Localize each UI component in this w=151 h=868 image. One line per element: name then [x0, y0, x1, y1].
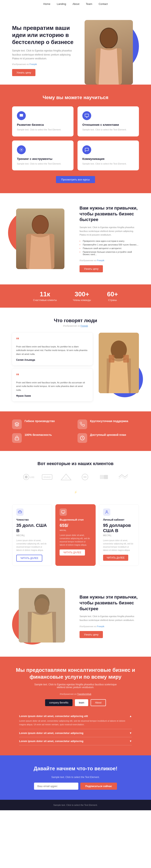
pricing-price-1: 35 долл. США В — [16, 523, 48, 533]
accordion-chevron-1: ▲ — [129, 715, 132, 718]
habits-credit-link[interactable]: Freepik — [97, 259, 105, 261]
consulting-btn1[interactable]: company Benefits — [45, 699, 72, 706]
nav-home[interactable]: Home — [43, 2, 50, 5]
consulting-btn3[interactable]: About — [90, 699, 106, 706]
pricing-card-1: Членство 35 долл. США В МЕСЯЦ Lorem ipsu… — [12, 504, 52, 566]
learn-card-2: Отношения с клиентами Sample text. Click… — [77, 106, 139, 136]
habits-cta-button[interactable]: Узнать цену — [79, 265, 103, 272]
quote-mark-1: " — [16, 337, 88, 343]
consulting-section: Мы предоставляем консалтинговые бизнес и… — [0, 657, 151, 755]
hero-title: Мы превратим ваши идеи или историю в бес… — [12, 24, 75, 45]
learn-title: Чему вы можете научиться — [12, 95, 139, 100]
testimonials-credit-link[interactable]: Freepik — [80, 324, 88, 327]
habits2-credit-link[interactable]: Freepik — [97, 625, 105, 628]
svg-rect-30 — [35, 598, 49, 614]
footer: Sample text. Click to select the Text El… — [0, 800, 151, 810]
testimonial-person-image — [99, 333, 139, 393]
hero-person-photo — [84, 20, 133, 85]
cta-submit-button[interactable]: Подписаться сейчас — [80, 783, 117, 790]
habits-section: Вам нужны эти привычки, чтобы развивать … — [0, 193, 151, 284]
consulting-body: Sample text. Click to Egestas egestas fr… — [33, 683, 118, 689]
nav-contact[interactable]: Contact — [99, 2, 108, 5]
bullet-1: Превратите свои идеи и истории в книгу. — [79, 239, 139, 243]
feature-2: Круглосуточная поддержка — [77, 420, 139, 429]
accordion-title-2[interactable]: Lorem ipsum dolor sit amet, consectetur … — [19, 732, 132, 735]
habits2-image-area — [12, 588, 72, 645]
feature-1: Гибкое производство — [12, 420, 74, 429]
pricing-card-3: Личный кабинет 95 долларов США В МЕСЯЦ L… — [99, 504, 139, 566]
nav-team[interactable]: Team — [86, 2, 92, 5]
client-logo-6 — [116, 472, 130, 482]
accordion-item-1[interactable]: Lorem ipsum dolor sit amet, consectetur … — [19, 712, 132, 729]
pricing-body-2: Lorem ipsum dolor sit amet, consectetur … — [60, 534, 91, 547]
clients-title: Вот некоторые из наших клиентов — [12, 461, 139, 466]
testimonial-person-area — [99, 333, 139, 394]
stat-label-3: Страны — [107, 299, 118, 302]
habits2-title: Вам нужны эти привычки, чтобы развивать … — [79, 594, 139, 612]
learn-btn-wrap: Просмотреть все курсы — [12, 176, 139, 183]
accordion-title-1[interactable]: Lorem ipsum dolor sit amet, consectetur … — [19, 715, 132, 718]
cta-section: Давайте начнем что-то великое! Sample te… — [0, 755, 151, 800]
svg-rect-25 — [62, 510, 65, 513]
learn-cta-button[interactable]: Просмотреть все курсы — [56, 176, 95, 183]
cta-title: Давайте начнем что-то великое! — [12, 766, 139, 772]
card-title-2: Отношения с клиентами — [82, 123, 134, 126]
client-logo-5 — [97, 472, 111, 482]
feature-text-4: Доступный ценовой план — [90, 433, 126, 437]
habits2-body: Sample text. Click to Egestas egestas fr… — [79, 615, 139, 622]
client-logo-4 — [78, 472, 92, 482]
consulting-btn2[interactable]: team — [75, 699, 88, 706]
plan-icon-2 — [60, 508, 67, 516]
feature-title-2: Круглосуточная поддержка — [90, 420, 128, 423]
svg-text:⚡: ⚡ — [74, 491, 77, 494]
consulting-credit-link[interactable]: TransformHub — [77, 693, 91, 695]
feature-title-3: 100% безопасность — [25, 433, 52, 436]
habits-img-credit: Изображение из Freepik — [79, 258, 139, 262]
hero-credit-link[interactable]: Freepik — [30, 63, 37, 65]
pricing-btn-1[interactable]: ЧИТАТЬ ДАЛЕЕ — [16, 555, 42, 562]
consulting-buttons: company Benefits team About — [12, 699, 139, 706]
feature-text-3: 100% безопасность — [25, 433, 52, 437]
hero-body: Sample text. Click to Egestas egestas fr… — [12, 49, 75, 61]
stat-3: 60+ Страны — [107, 290, 118, 302]
pricing-btn-2[interactable]: ЧИТАТЬ ДАЛЕЕ — [60, 550, 85, 556]
clients-section: Вот некоторые из наших клиентов LOGO BRA… — [0, 451, 151, 576]
feature-4: Доступный ценовой план — [77, 433, 139, 443]
card-body-2: Sample text. Click to select the Text El… — [82, 128, 134, 132]
learn-section: Чему вы можете научиться Развитие бизнес… — [0, 85, 151, 193]
testimonials-img-credit: Изображение из Freepik — [12, 324, 139, 327]
learn-card-3: Тренинг с инструменты Sample text. Click… — [12, 141, 74, 170]
hero-person-image — [80, 16, 137, 85]
client-logo-2: BRAND — [40, 472, 54, 482]
svg-rect-23 — [104, 475, 108, 479]
pricing-title-1: Членство — [16, 518, 48, 521]
stats-bar: 11к Счастливые клиенты 300+ Члены команд… — [0, 284, 151, 308]
habits2-content: Вам нужны эти привычки, чтобы развивать … — [79, 594, 139, 638]
card-title-4: Коммуникация — [82, 157, 134, 160]
feature-title-4: Доступный ценовой план — [90, 433, 126, 436]
pricing-btn-3[interactable]: ЧИТАТЬ ДАЛЕЕ — [103, 555, 128, 561]
learn-card-4: Коммуникация Sample text. Click to selec… — [77, 141, 139, 170]
habits2-person-image — [19, 588, 65, 643]
plan-icon-3 — [103, 508, 110, 516]
testimonial-text-2: Proin sed libero enim sed faucibus turpi… — [16, 381, 88, 392]
card-icon-4 — [82, 145, 91, 154]
svg-rect-22 — [100, 475, 104, 479]
testimonial-text-1: Proin sed libero enim sed faucibus turpi… — [16, 345, 88, 356]
accordion-item-3[interactable]: Lorem ipsum dolor sit amet, consectetur … — [19, 737, 132, 745]
cta-email-input[interactable] — [34, 783, 78, 790]
accordion-item-2[interactable]: Lorem ipsum dolor sit amet, consectetur … — [19, 729, 132, 737]
bullet-3: Повысьте свой авторитет и авторитет. — [79, 246, 139, 250]
feature-icon-4 — [77, 433, 87, 443]
testimonial-2: " Proin sed libero enim sed faucibus tur… — [12, 369, 92, 401]
stat-1: 11к Счастливые клиенты — [33, 290, 57, 302]
nav-landing[interactable]: Landing — [57, 2, 66, 5]
cta-input-row: Подписаться сейчас — [12, 783, 139, 790]
hero-img-credit: Изображение из Freepik — [12, 63, 75, 66]
habits2-cta-button[interactable]: Узнать цену — [79, 631, 103, 638]
nav-about[interactable]: About — [73, 2, 79, 5]
accordion-title-3[interactable]: Lorem ipsum dolor sit amet, consectetur … — [19, 740, 132, 743]
hero-cta-button[interactable]: Узнать цену — [12, 69, 35, 76]
pricing-body-1: Lorem ipsum dolor sit amet, consectetur … — [16, 539, 48, 552]
feature-text-2: Круглосуточная поддержка — [90, 420, 128, 424]
